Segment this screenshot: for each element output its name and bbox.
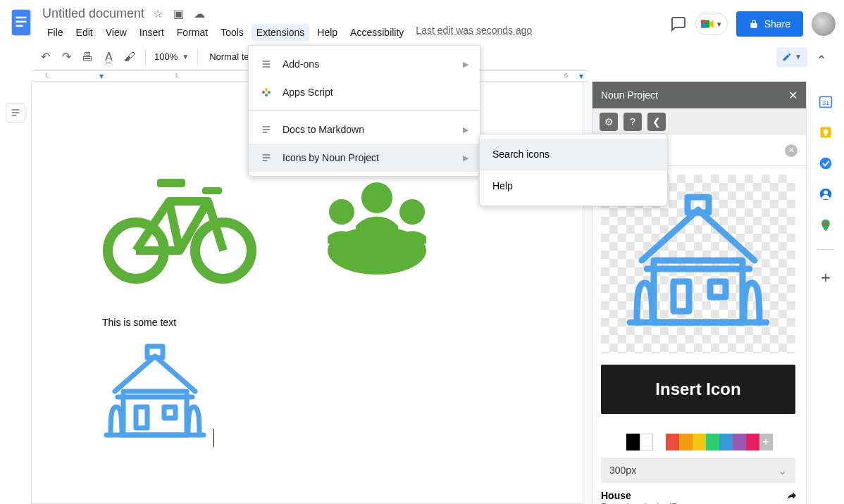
swatch-color[interactable] bbox=[733, 434, 746, 451]
comments-icon[interactable] bbox=[670, 15, 687, 32]
menu-extensions[interactable]: Extensions bbox=[252, 24, 309, 41]
svg-point-17 bbox=[399, 199, 425, 225]
panel-share-button[interactable]: ❮ bbox=[647, 113, 666, 131]
svg-point-36 bbox=[819, 158, 831, 170]
panel-title: Noun Project bbox=[601, 89, 658, 101]
paint-format-button[interactable]: 🖌 bbox=[120, 47, 139, 67]
menu-help[interactable]: Help bbox=[312, 24, 342, 41]
collapse-toolbar-button[interactable] bbox=[812, 47, 831, 67]
apps-script-icon bbox=[260, 86, 273, 99]
swatch-color[interactable] bbox=[693, 434, 706, 451]
svg-rect-35 bbox=[824, 134, 826, 137]
svg-rect-2 bbox=[16, 21, 27, 23]
menu-accessibility[interactable]: Accessibility bbox=[345, 24, 409, 41]
swatch-color[interactable] bbox=[719, 434, 733, 451]
swatch-black[interactable] bbox=[626, 434, 640, 451]
noun-project-submenu: Search icons Help bbox=[479, 134, 668, 206]
submenu-arrow-icon: ▶ bbox=[463, 125, 468, 134]
svg-point-45 bbox=[268, 91, 271, 94]
indent-left-marker[interactable]: ▾ bbox=[99, 71, 104, 81]
last-edit[interactable]: Last edit was seconds ago bbox=[416, 11, 532, 36]
color-swatches: + bbox=[601, 434, 798, 451]
indent-right-marker[interactable]: ▾ bbox=[579, 71, 583, 81]
share-button[interactable]: Share bbox=[736, 11, 803, 37]
menu-apps-script[interactable]: Apps Script bbox=[249, 78, 480, 106]
contacts-app-icon[interactable] bbox=[819, 187, 833, 201]
svg-rect-20 bbox=[147, 346, 163, 358]
doc-image-people[interactable] bbox=[314, 173, 440, 282]
icon-author[interactable]: By muh zakaria, ID bbox=[601, 501, 798, 504]
swatch-white[interactable] bbox=[640, 434, 653, 451]
extension-icon bbox=[260, 123, 273, 136]
swatch-color[interactable] bbox=[746, 434, 759, 451]
svg-point-38 bbox=[824, 191, 828, 195]
google-side-rail: 31 ＋ bbox=[806, 82, 844, 504]
star-icon[interactable]: ☆ bbox=[153, 8, 163, 20]
menu-insert[interactable]: Insert bbox=[135, 24, 169, 41]
chevron-down-icon: ⌄ bbox=[778, 464, 787, 477]
doc-image-bicycle[interactable] bbox=[102, 166, 257, 289]
icon-share-button[interactable] bbox=[786, 490, 798, 503]
doc-image-house[interactable] bbox=[102, 434, 211, 446]
meet-button[interactable]: ▼ bbox=[695, 13, 728, 35]
account-avatar[interactable] bbox=[812, 12, 836, 36]
keep-app-icon[interactable] bbox=[819, 125, 833, 139]
menu-format[interactable]: Format bbox=[172, 24, 213, 41]
outline-toggle-button[interactable] bbox=[6, 103, 25, 122]
docs-logo-icon[interactable] bbox=[8, 6, 34, 39]
svg-rect-7 bbox=[701, 24, 705, 28]
calendar-app-icon[interactable]: 31 bbox=[819, 94, 833, 108]
add-app-button[interactable]: ＋ bbox=[818, 267, 833, 288]
svg-rect-13 bbox=[157, 179, 185, 187]
swatch-color[interactable] bbox=[666, 434, 679, 451]
move-icon[interactable]: ▣ bbox=[173, 8, 184, 20]
undo-button[interactable]: ↶ bbox=[35, 47, 55, 67]
menu-view[interactable]: View bbox=[101, 24, 132, 41]
submenu-arrow-icon: ▶ bbox=[463, 153, 468, 163]
swatch-color[interactable] bbox=[679, 434, 693, 451]
submenu-help[interactable]: Help bbox=[480, 170, 667, 201]
addons-icon bbox=[260, 58, 273, 70]
svg-point-16 bbox=[329, 199, 354, 225]
maps-app-icon[interactable] bbox=[819, 218, 833, 232]
svg-rect-3 bbox=[16, 25, 23, 27]
svg-text:31: 31 bbox=[821, 99, 829, 106]
menu-docs-to-markdown[interactable]: Docs to Markdown ▶ bbox=[249, 115, 480, 144]
submenu-arrow-icon: ▶ bbox=[463, 60, 468, 69]
swatch-color[interactable] bbox=[706, 434, 719, 451]
svg-rect-29 bbox=[710, 282, 726, 297]
doc-title[interactable]: Untitled document bbox=[42, 6, 144, 21]
panel-settings-button[interactable]: ⚙ bbox=[600, 113, 618, 131]
svg-rect-28 bbox=[674, 282, 689, 311]
svg-rect-6 bbox=[701, 20, 705, 24]
cloud-icon[interactable]: ☁ bbox=[194, 8, 205, 20]
menu-file[interactable]: File bbox=[42, 24, 68, 41]
tasks-app-icon[interactable] bbox=[819, 156, 833, 170]
menu-tools[interactable]: Tools bbox=[216, 24, 249, 41]
panel-clear-button[interactable]: ✕ bbox=[785, 144, 798, 157]
menu-edit[interactable]: Edit bbox=[71, 24, 98, 41]
editing-mode-button[interactable]: ▼ bbox=[776, 47, 807, 67]
zoom-select[interactable]: 100%▼ bbox=[150, 51, 193, 62]
svg-marker-5 bbox=[709, 20, 714, 27]
swatch-add[interactable]: + bbox=[759, 434, 773, 451]
svg-point-39 bbox=[824, 222, 826, 225]
text-cursor bbox=[213, 429, 214, 447]
panel-help-button[interactable]: ? bbox=[623, 113, 642, 131]
svg-rect-23 bbox=[164, 407, 175, 418]
submenu-search-icons[interactable]: Search icons bbox=[480, 139, 667, 170]
panel-close-button[interactable]: ✕ bbox=[788, 89, 798, 102]
menu-noun-project[interactable]: Icons by Noun Project ▶ bbox=[249, 144, 480, 172]
svg-rect-1 bbox=[16, 17, 27, 19]
svg-point-43 bbox=[262, 91, 265, 94]
spellcheck-button[interactable]: A̲ bbox=[99, 47, 118, 67]
doc-text-line[interactable]: This is some text bbox=[102, 317, 519, 328]
redo-button[interactable]: ↷ bbox=[56, 47, 76, 67]
svg-rect-14 bbox=[202, 187, 222, 194]
insert-icon-button[interactable]: Insert Icon bbox=[601, 365, 795, 414]
size-select[interactable]: 300px ⌄ bbox=[601, 458, 795, 483]
svg-rect-26 bbox=[688, 197, 709, 213]
share-label: Share bbox=[764, 18, 790, 30]
print-button[interactable]: 🖶 bbox=[77, 47, 97, 67]
menu-addons[interactable]: Add-ons ▶ bbox=[249, 50, 480, 78]
